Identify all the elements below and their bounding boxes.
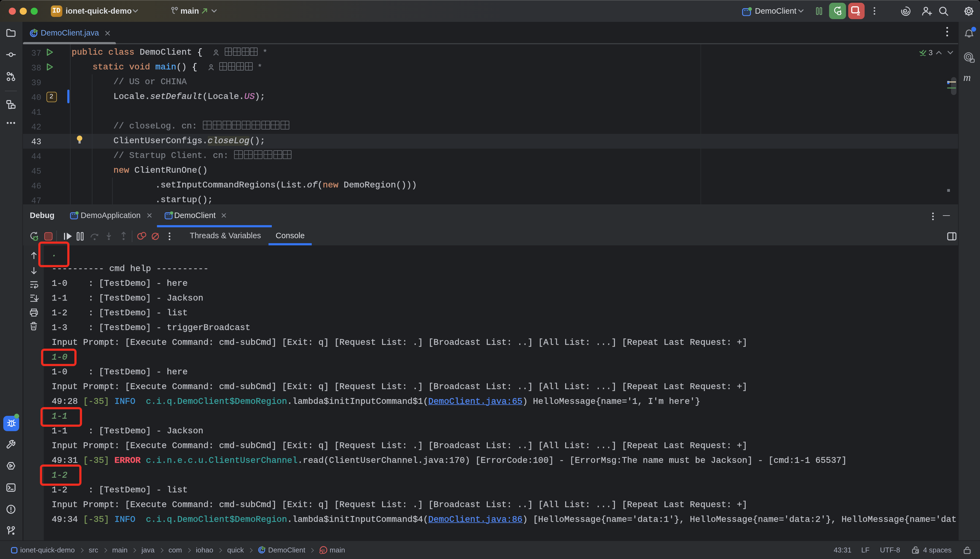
svg-text:2: 2 <box>857 10 860 16</box>
